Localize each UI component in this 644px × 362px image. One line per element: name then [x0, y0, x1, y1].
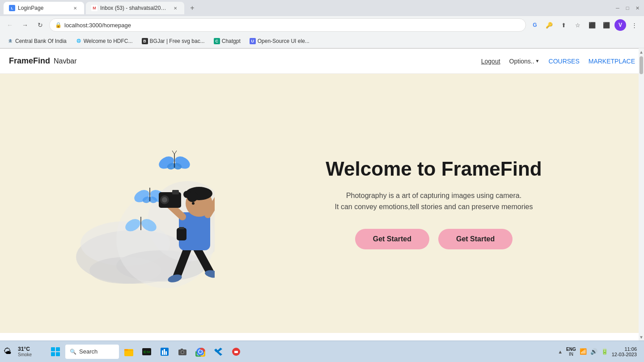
start-square-3 [51, 352, 55, 356]
tab-close-2[interactable]: ✕ [172, 4, 179, 12]
reload-button[interactable]: ↻ [34, 19, 47, 31]
svg-text:C:\>: C:\> [144, 350, 150, 354]
bookmark-2[interactable]: 🌐 Welcome to HDFC... [72, 36, 136, 46]
address-bar[interactable]: 🔒 localhost:3000/homepage [49, 18, 526, 32]
weather-temp: 31°C [18, 346, 30, 352]
svg-rect-28 [179, 227, 184, 229]
tab-label-1: LoginPage [18, 5, 69, 11]
tab-1[interactable]: L LoginPage ✕ [4, 2, 84, 14]
svg-rect-41 [124, 349, 128, 351]
scrollbar[interactable]: ▲ ▼ [639, 48, 644, 341]
taskbar-app-camera[interactable] [174, 344, 191, 360]
options-label: Options.. [509, 58, 534, 65]
back-button[interactable]: ← [4, 19, 16, 31]
task-manager-icon [160, 347, 169, 357]
scrollbar-thumb[interactable] [640, 56, 643, 74]
svg-point-38 [183, 191, 191, 198]
maximize-button[interactable]: □ [624, 5, 631, 11]
language-indicator: ENG IN [566, 347, 576, 357]
address-text: localhost:3000/homepage [64, 22, 520, 29]
svg-rect-45 [162, 350, 163, 355]
svg-rect-46 [164, 349, 165, 355]
taskbar-app-explorer[interactable] [121, 344, 137, 360]
hero-subtitle-line2: It can convey emotions,tell stories and … [335, 203, 533, 210]
taskbar-app-red[interactable] [228, 344, 244, 360]
site-brand: FrameFind [9, 56, 50, 66]
bookmark-favicon-2: 🌐 [76, 38, 82, 44]
website-frame: FrameFind Navbar Logout Options.. ▼ COUR… [0, 49, 644, 333]
hero-buttons: Get Started Get Started [355, 229, 513, 249]
svg-point-39 [192, 202, 195, 205]
password-icon[interactable]: 🔑 [543, 19, 555, 31]
search-icon: 🔍 [70, 349, 76, 355]
site-navbar: FrameFind Navbar Logout Options.. ▼ COUR… [0, 49, 644, 74]
scrollbar-up[interactable]: ▲ [639, 48, 644, 55]
new-tab-button[interactable]: + [186, 2, 199, 14]
weather-icon: 🌤 [4, 347, 12, 356]
taskbar-search-label: Search [79, 348, 97, 355]
taskbar-app-terminal[interactable]: C:\> [139, 344, 155, 360]
share-icon[interactable]: ⬆ [557, 19, 570, 31]
taskbar-app-vscode[interactable] [210, 344, 226, 360]
svg-rect-56 [234, 351, 238, 353]
tab-label-2: Inbox (53) - shahvatsal2003@gm... [100, 5, 169, 11]
bookmarks-bar: 🏦 Central Bank Of India 🌐 Welcome to HDF… [0, 34, 644, 48]
svg-point-54 [199, 350, 202, 353]
bookmark-favicon-3: B [142, 38, 148, 44]
svg-line-12 [172, 151, 174, 154]
hero-content: Welcome to FrameFind Photography is a ar… [224, 157, 608, 249]
minimize-button[interactable]: ─ [614, 5, 621, 11]
logout-link[interactable]: Logout [481, 58, 500, 65]
get-started-button-1[interactable]: Get Started [355, 229, 429, 249]
bookmark-label-1: Central Bank Of India [15, 38, 67, 44]
close-button[interactable]: ✕ [634, 5, 640, 11]
lang-region: IN [569, 352, 573, 357]
marketplace-link[interactable]: MARKETPLACE [589, 58, 635, 65]
taskbar-app-chrome[interactable] [192, 344, 208, 360]
weather-info: 31°C Smoke [14, 346, 46, 357]
start-square-2 [56, 347, 60, 351]
taskbar-app-taskmanager[interactable] [157, 344, 173, 360]
taskbar-search[interactable]: 🔍 Search [65, 345, 119, 359]
tray-arrow-icon[interactable]: ▲ [558, 349, 563, 354]
google-icon[interactable]: G [529, 19, 541, 31]
tray-clock[interactable]: 11:06 12-03-2023 [612, 346, 637, 357]
bookmark-5[interactable]: U Open-Source UI ele... [246, 36, 313, 46]
bookmark-icon[interactable]: ☆ [572, 19, 584, 31]
chrome-icon [195, 347, 205, 357]
network-icon: 📶 [580, 348, 587, 355]
battery-icon: 🔋 [601, 348, 608, 355]
title-bar: L LoginPage ✕ M Inbox (53) - shahvatsal2… [0, 0, 644, 16]
menu-icon[interactable]: ⋮ [628, 19, 640, 31]
bookmark-label-5: Open-Source UI ele... [258, 38, 309, 44]
sidebar-icon[interactable]: ⬛ [600, 19, 613, 31]
start-button[interactable] [47, 344, 64, 360]
tray-date-text: 12-03-2023 [612, 352, 637, 357]
hero-title: Welcome to FrameFind [326, 157, 542, 181]
bookmark-3[interactable]: B BGJar | Free svg bac... [138, 36, 208, 46]
camera-icon [178, 347, 187, 357]
bookmark-4[interactable]: C Chatgpt [210, 36, 244, 46]
extensions-icon[interactable]: ⬛ [586, 19, 598, 31]
hero-subtitle-line1: Photography is a art of capturing images… [346, 192, 521, 199]
bookmark-1[interactable]: 🏦 Central Bank Of India [4, 36, 70, 46]
vscode-icon [213, 347, 223, 357]
site-nav-links: Logout Options.. ▼ COURSES MARKETPLACE [481, 58, 635, 65]
window-controls: ─ □ ✕ [614, 5, 640, 11]
courses-link[interactable]: COURSES [549, 58, 580, 65]
hero-illustration [36, 109, 224, 297]
options-link[interactable]: Options.. ▼ [509, 58, 540, 65]
get-started-button-2[interactable]: Get Started [438, 229, 513, 249]
tray-time-text: 11:06 [624, 346, 637, 352]
tab-close-1[interactable]: ✕ [72, 4, 79, 12]
svg-point-33 [162, 197, 167, 202]
tab-2[interactable]: M Inbox (53) - shahvatsal2003@gm... ✕ [86, 2, 184, 14]
address-bar-row: ← → ↻ 🔒 localhost:3000/homepage G 🔑 ⬆ ☆ … [0, 16, 644, 34]
profile-avatar[interactable]: V [614, 19, 626, 31]
bookmark-favicon-5: U [250, 38, 256, 44]
bookmark-favicon-1: 🏦 [7, 38, 13, 44]
svg-rect-47 [165, 351, 167, 355]
windows-icon [51, 347, 60, 356]
scrollbar-down[interactable]: ▼ [639, 333, 644, 341]
forward-button[interactable]: → [19, 19, 31, 31]
